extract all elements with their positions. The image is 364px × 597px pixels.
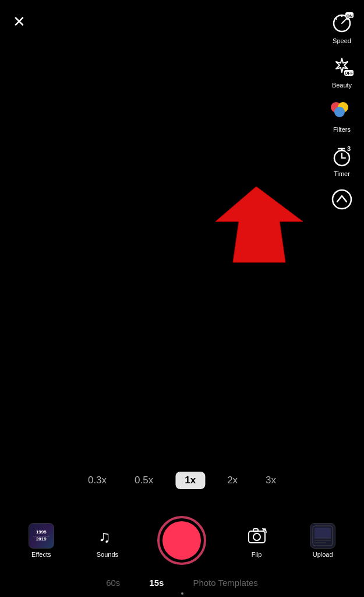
effects-thumbnail: 1995 2019 [29,523,54,549]
speed-3x[interactable]: 3x [260,472,282,489]
flip-label: Flip [252,551,262,558]
effects-year2: 2019 [36,537,47,542]
svg-text:3: 3 [347,145,351,152]
sounds-icon: ♫ [94,523,120,549]
record-button[interactable] [157,516,206,565]
upload-label: Upload [313,551,333,558]
speed-0.3x[interactable]: 0.3x [82,472,112,489]
svg-text:ON: ON [347,14,353,18]
filters-icon [328,97,356,125]
svg-text:OFF: OFF [345,71,354,75]
filter-dot-blue [334,107,345,117]
toolbar-effects[interactable]: 1995 2019 Effects [25,523,57,558]
sidebar-item-expand[interactable] [328,183,356,216]
chevron-up-icon [328,185,356,213]
close-button[interactable]: ✕ [13,13,26,31]
tab-15s[interactable]: 15s [149,578,164,588]
toolbar-sounds[interactable]: ♫ Sounds [91,523,123,558]
speed-1x[interactable]: 1x [175,472,205,489]
flip-icon [244,523,270,549]
record-button-inner [162,521,201,560]
svg-point-17 [333,190,351,209]
tab-60s[interactable]: 60s [106,578,120,588]
sidebar-item-beauty[interactable]: OFF Beauty [328,50,356,91]
beauty-label: Beauty [332,82,352,89]
effects-label: Effects [31,551,51,558]
toolbar-upload[interactable]: Upload [307,523,339,558]
sidebar-item-filters[interactable]: Filters [328,94,356,135]
right-sidebar: ON Speed OFF Beauty [328,6,356,216]
upload-thumbnail [310,523,335,549]
tab-photo-templates[interactable]: Photo Templates [193,578,257,588]
svg-line-5 [335,18,337,20]
speed-0.5x[interactable]: 0.5x [129,472,159,489]
scroll-dot-indicator [181,592,183,595]
svg-text:♫: ♫ [98,528,111,546]
speed-label: Speed [333,37,351,44]
speed-multiplier-bar: 0.3x 0.5x 1x 2x 3x [82,472,282,489]
timer-icon: 3 [328,141,356,169]
svg-rect-22 [253,529,258,532]
beauty-icon: OFF [328,52,356,80]
timer-label: Timer [334,170,350,177]
svg-rect-25 [314,528,331,538]
effects-icon: 1995 2019 [29,523,54,549]
bottom-toolbar: 1995 2019 Effects ♫ Sounds [0,516,364,565]
upload-icon [310,523,335,549]
svg-line-1 [342,18,347,23]
effects-year1: 1995 [36,530,47,535]
sidebar-item-timer[interactable]: 3 Timer [328,139,356,180]
sounds-label: Sounds [97,551,118,558]
red-arrow-annotation [52,169,303,286]
toolbar-flip[interactable]: Flip [241,523,273,558]
speed-icon: ON [328,8,356,36]
filters-label: Filters [333,126,351,133]
speed-2x[interactable]: 2x [221,472,243,489]
svg-point-21 [253,533,260,540]
bottom-tabs: 60s 15s Photo Templates [0,578,364,588]
svg-marker-18 [215,187,303,262]
sidebar-item-speed[interactable]: ON Speed [328,6,356,47]
